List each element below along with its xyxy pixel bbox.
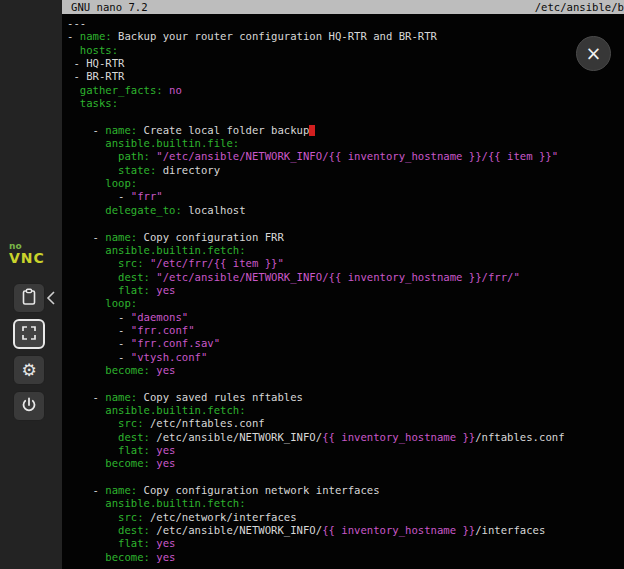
close-button[interactable]: ×	[576, 36, 611, 71]
editor-line: - name: Copy configuration network inter…	[67, 484, 624, 497]
editor-line: dest: /etc/ansible/NETWORK_INFO/{{ inven…	[67, 524, 624, 537]
editor-line: src: /etc/nftables.conf	[67, 417, 624, 430]
editor-line: - "frr.conf"	[67, 324, 624, 337]
editor-line: loop:	[67, 177, 624, 190]
novnc-logo-bottom: VNC	[9, 251, 49, 266]
editor-line: - "frr.conf.sav"	[67, 337, 624, 350]
editor-line: - "daemons"	[67, 311, 624, 324]
editor-line: - "vtysh.conf"	[67, 351, 624, 364]
editor-line: loop:	[67, 297, 624, 310]
editor-line	[67, 110, 624, 123]
editor-line: src: "/etc/frr/{{ item }}"	[67, 257, 624, 270]
editor-line: - HQ-RTR	[67, 57, 624, 70]
editor-line	[67, 217, 624, 230]
editor-line: - BR-RTR	[67, 70, 624, 83]
editor-line	[67, 471, 624, 484]
gear-icon: ⚙	[21, 362, 36, 379]
nano-version: GNU nano 7.2	[71, 0, 148, 14]
editor-line: - name: Backup your router configuration…	[67, 30, 624, 43]
close-icon: ×	[586, 44, 602, 63]
nano-editor-content[interactable]: ---- name: Backup your router configurat…	[62, 14, 624, 564]
editor-line	[67, 377, 624, 390]
editor-line: state: directory	[67, 164, 624, 177]
editor-line: delegate_to: localhost	[67, 204, 624, 217]
vnc-control-bar: no VNC ⚙	[0, 0, 62, 569]
fullscreen-button[interactable]	[13, 319, 45, 349]
terminal-window[interactable]: GNU nano 7.2 /etc/ansible/b ---- name: B…	[62, 0, 624, 569]
fullscreen-icon	[20, 324, 38, 345]
editor-line: src: /etc/network/interfaces	[67, 511, 624, 524]
editor-line: ansible.builtin.fetch:	[67, 497, 624, 510]
settings-button[interactable]: ⚙	[13, 355, 45, 385]
editor-line: dest: /etc/ansible/NETWORK_INFO/{{ inven…	[67, 431, 624, 444]
clipboard-button[interactable]	[13, 283, 45, 313]
control-bar-collapse-handle[interactable]	[45, 289, 57, 309]
editor-line: flat: yes	[67, 284, 624, 297]
editor-line: ansible.builtin.fetch:	[67, 244, 624, 257]
editor-line: hosts:	[67, 44, 624, 57]
editor-line: - name: Copy saved rules nftables	[67, 391, 624, 404]
chevron-left-icon	[46, 289, 56, 310]
editor-line: ---	[67, 17, 624, 30]
nano-filepath: /etc/ansible/b	[535, 0, 624, 14]
editor-line: - "frr"	[67, 190, 624, 203]
editor-line: - name: Create local folder backup	[67, 124, 624, 137]
editor-line: gather_facts: no	[67, 84, 624, 97]
editor-line: become: yes	[67, 551, 624, 564]
clipboard-icon	[20, 288, 38, 309]
editor-line: flat: yes	[67, 444, 624, 457]
editor-line: dest: "/etc/ansible/NETWORK_INFO/{{ inve…	[67, 271, 624, 284]
novnc-logo: no VNC	[9, 242, 49, 278]
power-icon	[20, 396, 38, 417]
editor-line: become: yes	[67, 364, 624, 377]
editor-line: flat: yes	[67, 537, 624, 550]
vnc-screen: no VNC ⚙	[0, 0, 624, 569]
editor-line: ansible.builtin.fetch:	[67, 404, 624, 417]
editor-line: ansible.builtin.file:	[67, 137, 624, 150]
editor-line: become: yes	[67, 457, 624, 470]
editor-line: path: "/etc/ansible/NETWORK_INFO/{{ inve…	[67, 150, 624, 163]
power-button[interactable]	[13, 391, 45, 421]
editor-line: - name: Copy configuration FRR	[67, 231, 624, 244]
editor-line: tasks:	[67, 97, 624, 110]
nano-titlebar: GNU nano 7.2 /etc/ansible/b	[62, 0, 624, 14]
text-cursor	[309, 125, 315, 136]
